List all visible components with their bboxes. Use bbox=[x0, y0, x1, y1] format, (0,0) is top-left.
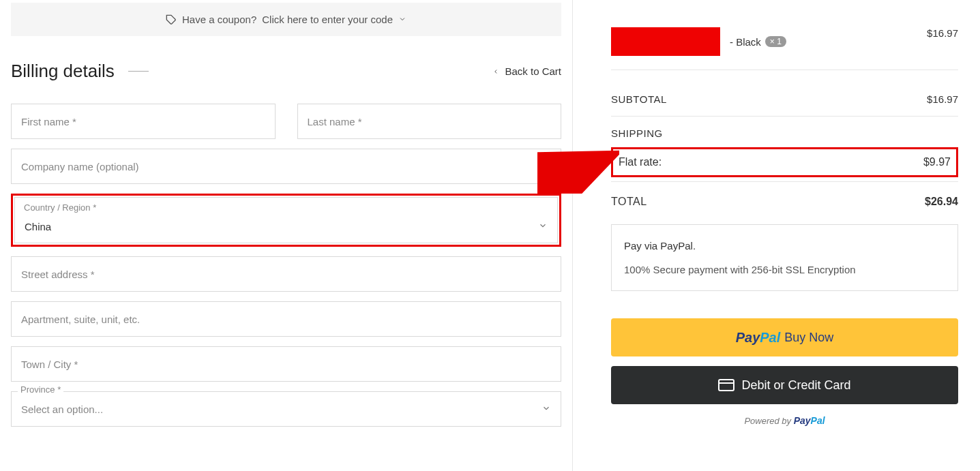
payment-info-box: Pay via PayPal. 100% Secure payment with… bbox=[611, 224, 958, 291]
paypal-buy-now-button[interactable]: PayPal Buy Now bbox=[611, 318, 958, 356]
coupon-action-link[interactable]: Click here to enter your code bbox=[262, 14, 393, 25]
city-input[interactable] bbox=[11, 346, 561, 382]
total-label: TOTAL bbox=[611, 196, 647, 208]
chevron-down-icon bbox=[398, 14, 406, 25]
coupon-prompt: Have a coupon? bbox=[182, 14, 256, 25]
product-price: $16.97 bbox=[927, 27, 958, 39]
back-to-cart-link[interactable]: Back to Cart bbox=[492, 65, 561, 77]
total-value: $26.94 bbox=[925, 196, 958, 208]
payment-method-text: Pay via PayPal. bbox=[624, 240, 945, 252]
tag-icon bbox=[166, 14, 177, 25]
company-input[interactable] bbox=[11, 149, 561, 184]
quantity-badge: × 1 bbox=[765, 36, 786, 47]
subtotal-label: SUBTOTAL bbox=[611, 93, 667, 105]
payment-security-text: 100% Secure payment with 256-bit SSL Enc… bbox=[624, 264, 945, 275]
country-select[interactable]: China bbox=[14, 197, 558, 243]
shipping-highlight-annotation: Flat rate: $9.97 bbox=[611, 147, 958, 177]
last-name-input[interactable] bbox=[297, 104, 562, 139]
product-variant: - Black bbox=[730, 36, 761, 48]
billing-title: Billing details bbox=[11, 61, 149, 82]
chevron-down-icon bbox=[541, 404, 551, 415]
svg-rect-1 bbox=[719, 380, 734, 391]
flat-rate-label: Flat rate: bbox=[619, 156, 662, 168]
redacted-product-image bbox=[611, 27, 720, 56]
province-label: Province * bbox=[18, 384, 63, 395]
flat-rate-value: $9.97 bbox=[923, 156, 951, 168]
province-select[interactable]: Select an option... bbox=[11, 391, 561, 427]
cart-item: - Black × 1 $16.97 bbox=[611, 27, 958, 70]
shipping-label: SHIPPING bbox=[611, 127, 663, 139]
chevron-down-icon bbox=[538, 221, 548, 232]
apartment-input[interactable] bbox=[11, 301, 561, 337]
country-highlight-annotation: Country / Region * China bbox=[11, 194, 561, 247]
card-icon bbox=[718, 379, 734, 391]
powered-by-text: Powered by PayPal bbox=[611, 415, 958, 426]
coupon-banner[interactable]: Have a coupon? Click here to enter your … bbox=[11, 3, 561, 36]
street-address-input[interactable] bbox=[11, 256, 561, 292]
first-name-input[interactable] bbox=[11, 104, 276, 139]
subtotal-value: $16.97 bbox=[927, 93, 958, 105]
debit-credit-card-button[interactable]: Debit or Credit Card bbox=[611, 366, 958, 404]
paypal-logo: PayPal bbox=[736, 330, 781, 346]
